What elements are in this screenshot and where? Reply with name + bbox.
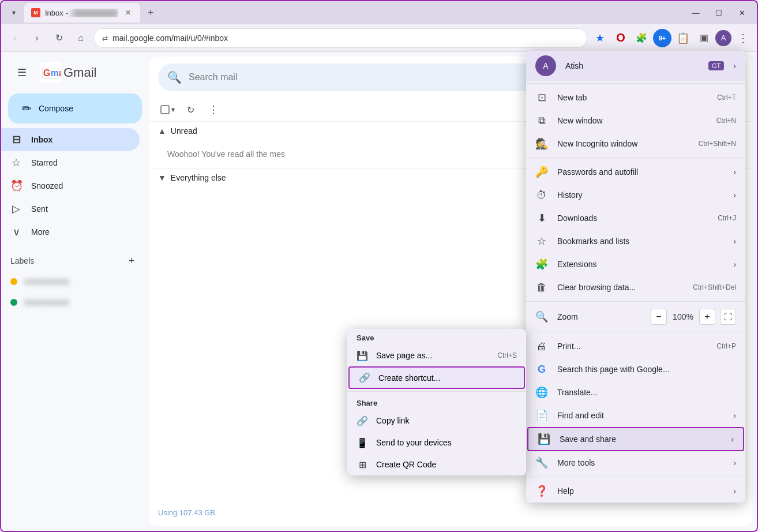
search-bar[interactable]: 🔍 Search mail	[158, 63, 573, 91]
extensions-arrow: ›	[733, 260, 736, 269]
menu-downloads-shortcut: Ctrl+J	[718, 214, 736, 222]
downloads-icon: ⬇	[535, 212, 548, 224]
sidebar-item-starred[interactable]: ☆ Starred	[1, 151, 140, 174]
inbox-icon: ⊟	[10, 133, 22, 146]
menu-clear-browsing[interactable]: 🗑 Clear browsing data... Ctrl+Shift+Del	[526, 276, 745, 299]
history-icon: ⏱	[535, 189, 548, 201]
copy-link-icon: 🔗	[357, 415, 368, 426]
zoom-icon: 🔍	[535, 310, 548, 323]
menu-print[interactable]: 🖨 Print... Ctrl+P	[526, 335, 745, 358]
back-btn[interactable]: ‹	[6, 29, 24, 47]
menu-find-edit[interactable]: 📄 Find and edit ›	[526, 404, 745, 427]
menu-bookmarks[interactable]: ☆ Bookmarks and lists ›	[526, 230, 745, 253]
menu-help[interactable]: ❓ Help ›	[526, 479, 745, 503]
menu-user-row[interactable]: A Atish GT ›	[526, 51, 745, 81]
submenu-create-shortcut[interactable]: 🔗 Create shortcut...	[348, 366, 525, 389]
tab-close-btn[interactable]: ✕	[123, 8, 133, 18]
profile-btn[interactable]: A	[715, 30, 731, 46]
extensions-btn[interactable]: 9+	[653, 29, 671, 47]
submenu-create-qr[interactable]: ⊞ Create QR Code	[347, 454, 526, 475]
clear-browsing-icon: 🗑	[535, 282, 548, 294]
sidebar-header: ☰	[1, 57, 149, 89]
everything-collapse-icon: ▼	[158, 173, 166, 182]
gmail-logo-icon: Gmail	[40, 62, 61, 83]
help-arrow: ›	[733, 486, 736, 496]
maximize-btn[interactable]: ☐	[708, 5, 729, 21]
close-btn[interactable]: ✕	[731, 5, 752, 21]
minimize-btn[interactable]: —	[685, 5, 706, 21]
bookmarks-arrow: ›	[733, 237, 736, 246]
sent-icon: ▷	[10, 203, 22, 215]
hamburger-btn[interactable]: ☰	[10, 61, 33, 84]
menu-downloads[interactable]: ⬇ Downloads Ctrl+J	[526, 207, 745, 230]
sidebar: ☰	[1, 52, 149, 531]
menu-new-tab[interactable]: ⊡ New tab Ctrl+T	[526, 86, 745, 109]
zoom-label: Zoom	[557, 312, 641, 321]
menu-more-tools[interactable]: 🔧 More tools ›	[526, 451, 745, 474]
security-icon: ⇄	[102, 34, 108, 42]
menu-incognito[interactable]: 🕵 New Incognito window Ctrl+Shift+N	[526, 132, 745, 155]
sidebar-item-inbox[interactable]: ⊟ Inbox	[1, 128, 140, 151]
menu-passwords[interactable]: 🔑 Passwords and autofill ›	[526, 160, 745, 183]
zoom-expand-btn[interactable]: ⛶	[720, 309, 736, 325]
submenu-copy-link[interactable]: 🔗 Copy link	[347, 410, 526, 432]
sub-menu-divider	[347, 391, 526, 392]
menu-new-window[interactable]: ⧉ New window Ctrl+N	[526, 109, 745, 132]
menu-extensions[interactable]: 🧩 Extensions ›	[526, 253, 745, 276]
toolbar-more-btn[interactable]: ⋮	[204, 100, 223, 119]
sidebar-item-more[interactable]: ∨ More	[1, 220, 140, 243]
compose-btn[interactable]: ✏ Compose	[8, 93, 142, 123]
bookmarks-icon: ☆	[535, 235, 548, 248]
new-tab-btn[interactable]: +	[142, 5, 159, 21]
browser-tab[interactable]: M Inbox - ✕	[24, 3, 140, 23]
extension-mystery-btn[interactable]: 🧩	[632, 29, 651, 47]
add-label-btn[interactable]: +	[123, 253, 140, 269]
more-tools-icon: 🔧	[535, 456, 548, 469]
new-tab-icon: ⊡	[535, 91, 548, 104]
select-all-checkbox[interactable]: ▾	[158, 100, 177, 119]
refresh-btn[interactable]: ↻	[181, 100, 200, 119]
history-arrow: ›	[733, 190, 736, 200]
menu-save-share[interactable]: 💾 Save and share ›	[527, 427, 744, 451]
svg-rect-4	[161, 106, 169, 114]
zoom-minus-btn[interactable]: −	[651, 309, 667, 325]
menu-search-google[interactable]: G Search this page with Google...	[526, 358, 745, 381]
sidebar-item-snoozed[interactable]: ⏰ Snoozed	[1, 174, 140, 197]
sidebar-toggle-btn[interactable]: ▣	[695, 29, 713, 47]
chrome-menu-btn[interactable]: ⋮	[734, 29, 752, 47]
menu-divider-4	[526, 332, 745, 332]
more-tools-arrow: ›	[733, 458, 736, 467]
tab-dropdown-btn[interactable]: ▾	[6, 5, 22, 21]
opera-btn[interactable]: O	[611, 29, 630, 47]
address-text: mail.google.com/mail/u/0/#inbox	[112, 33, 579, 43]
labels-title: Labels	[10, 256, 34, 265]
menu-find-edit-label: Find and edit	[557, 411, 724, 420]
sidebar-item-sent[interactable]: ▷ Sent	[1, 197, 140, 220]
save-share-arrow: ›	[731, 434, 734, 444]
clipboard-btn[interactable]: 📋	[674, 29, 692, 47]
label-item-2[interactable]: XXXXXXXXX	[1, 292, 140, 313]
menu-translate[interactable]: 🌐 Translate...	[526, 381, 745, 404]
zoom-plus-btn[interactable]: +	[699, 309, 715, 325]
user-badge: GT	[708, 61, 724, 70]
menu-incognito-label: New Incognito window	[557, 139, 689, 148]
submenu-save-page[interactable]: 💾 Save page as... Ctrl+S	[347, 344, 526, 366]
forward-btn[interactable]: ›	[28, 29, 46, 47]
new-window-icon: ⧉	[535, 115, 548, 127]
passwords-arrow: ›	[733, 167, 736, 177]
reload-btn[interactable]: ↻	[50, 29, 68, 47]
menu-passwords-label: Passwords and autofill	[557, 167, 724, 177]
menu-new-window-label: New window	[557, 116, 707, 125]
more-label: More	[31, 227, 50, 237]
sent-label: Sent	[31, 204, 48, 213]
save-page-label: Save page as...	[376, 351, 489, 360]
address-bar[interactable]: ⇄ mail.google.com/mail/u/0/#inbox	[93, 28, 587, 48]
home-btn[interactable]: ⌂	[72, 29, 90, 47]
bookmark-star-btn[interactable]: ★	[591, 29, 609, 47]
label-item-1[interactable]: XXXXXXXXX	[1, 271, 140, 292]
menu-history[interactable]: ⏱ History ›	[526, 183, 745, 207]
user-row-arrow: ›	[733, 61, 736, 70]
submenu-send-devices[interactable]: 📱 Send to your devices	[347, 432, 526, 454]
tab-title: Inbox -	[45, 9, 118, 17]
label-text-2: XXXXXXXXX	[24, 298, 69, 307]
